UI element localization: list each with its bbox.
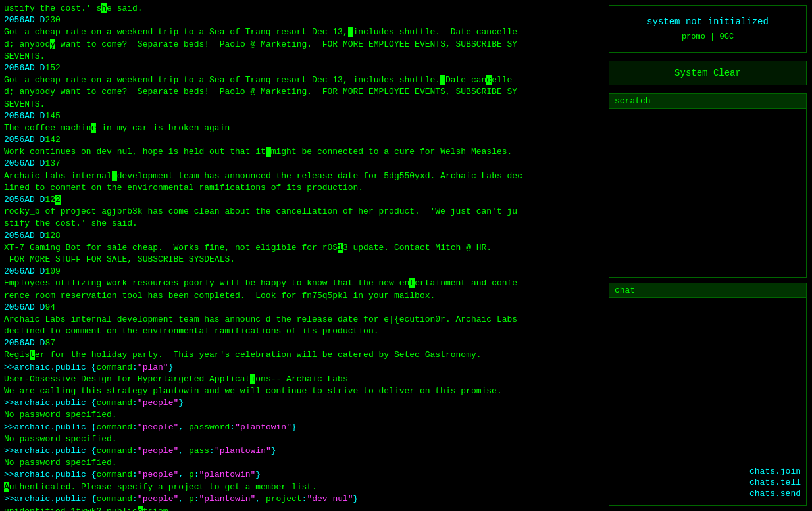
scratch-panel-title: scratch	[609, 94, 806, 109]
timestamp-7: 2056AD D128	[4, 230, 599, 242]
cmd-people-5: >>archaic.public {command:"people", p:"p…	[4, 493, 599, 505]
scratch-content[interactable]	[609, 109, 806, 277]
timestamp-9: 2056AD D94	[4, 302, 599, 314]
terminal-output-15: No password specified.	[4, 457, 599, 469]
terminal-output-10: Archaic Labs internal development team h…	[4, 314, 599, 337]
cmd-people-2: >>archaic.public {command:"people", pass…	[4, 422, 599, 433]
terminal-output-3: Got a cheap rate on a weekend trip to a …	[4, 74, 599, 110]
right-panel: system not initialized promo | 0GC Syste…	[603, 0, 812, 511]
cmd-people-1: >>archaic.public {command:"people"}	[4, 397, 599, 409]
terminal-output-14: No password specified.	[4, 433, 599, 445]
terminal-output-6: Archaic Labs internal development team h…	[4, 170, 599, 194]
chat-send-link[interactable]: chats.send	[615, 489, 801, 499]
terminal-output-16: Authenticated. Please specify a project …	[4, 481, 599, 493]
terminal-output-1: ustify the cost.' she said.	[4, 3, 599, 14]
terminal-output-12: User-Obsessive Design for Hypertargeted …	[4, 374, 599, 397]
cmd-people-3: >>archaic.public {command:"people", pass…	[4, 445, 599, 457]
timestamp-5: 2056AD D137	[4, 158, 599, 170]
terminal-output-7: rocky_b of project agjbrb3k has come cle…	[4, 206, 599, 230]
timestamp-10: 2056AD D87	[4, 337, 599, 349]
chat-panel: chat chats.join chats.tell chats.send	[609, 283, 807, 506]
terminal-output-8: XT-7 Gaming Bot for sale cheap. Works fi…	[4, 242, 599, 266]
scratch-panel: scratch	[609, 93, 807, 278]
member-1: unidentified_1txwk2.publicofsiom	[4, 505, 599, 511]
terminal-output-2: Got a cheap rate on a weekend trip to a …	[4, 26, 599, 62]
chat-links-area: chats.join chats.tell chats.send	[612, 462, 803, 502]
terminal-output-11: Register for the holiday party. This yea…	[4, 349, 599, 361]
timestamp-1: 2056AD D230	[4, 14, 599, 26]
timestamp-6: 2056AD D122	[4, 194, 599, 206]
timestamp-8: 2056AD D109	[4, 266, 599, 278]
terminal-output-13: No password specified.	[4, 409, 599, 421]
system-status-text: system not initialized	[615, 16, 801, 27]
promo-text: promo | 0GC	[615, 32, 801, 41]
chat-tell-link[interactable]: chats.tell	[615, 477, 801, 487]
system-clear-button[interactable]: System Clear	[609, 61, 807, 85]
cmd-plan: >>archaic.public {command:"plan"}	[4, 362, 599, 374]
chat-content: chats.join chats.tell chats.send	[609, 298, 806, 505]
timestamp-3: 2056AD D145	[4, 110, 599, 122]
chat-join-link[interactable]: chats.join	[615, 466, 801, 476]
timestamp-4: 2056AD D142	[4, 134, 599, 146]
main-terminal[interactable]: ustify the cost.' she said. 2056AD D230 …	[0, 0, 603, 511]
system-status-panel: system not initialized promo | 0GC	[609, 5, 807, 53]
cmd-people-4: >>archaic.public {command:"people", p:"p…	[4, 469, 599, 481]
chat-panel-title: chat	[609, 283, 806, 298]
terminal-output-5: Work continues on dev_nul, hope is held …	[4, 146, 599, 158]
terminal-output-4: The coffee machine in my car is broken a…	[4, 122, 599, 134]
timestamp-2: 2056AD D152	[4, 62, 599, 74]
terminal-output-9: Employees utilizing work resources poorl…	[4, 278, 599, 301]
